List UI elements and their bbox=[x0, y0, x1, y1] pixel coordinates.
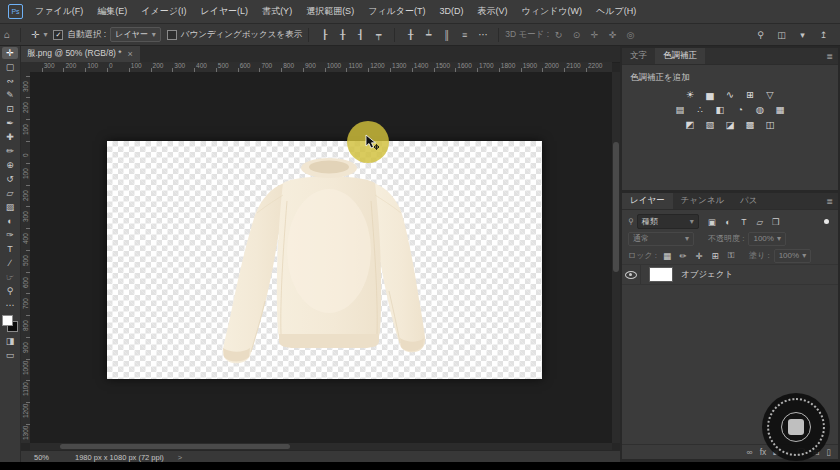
move-tool[interactable]: ✛ bbox=[2, 47, 18, 59]
align-top-edges-icon[interactable]: ┯ bbox=[372, 29, 385, 41]
canvas-viewport[interactable] bbox=[30, 72, 612, 443]
invert-icon[interactable]: ◩ bbox=[684, 118, 697, 130]
auto-select-dropdown[interactable]: レイヤー ▾ bbox=[110, 27, 161, 42]
hand-tool[interactable]: ☞ bbox=[2, 271, 18, 283]
align-horizontal-centers-icon[interactable]: ╂ bbox=[336, 29, 349, 41]
filter-adjustment-layers-icon[interactable]: ◐ bbox=[722, 216, 734, 228]
menu-item-3[interactable]: レイヤー(L) bbox=[193, 0, 255, 23]
3d-camera-icon[interactable]: ◎ bbox=[624, 29, 637, 41]
align-left-edges-icon[interactable]: ┠ bbox=[318, 29, 331, 41]
delete-layer-icon[interactable]: ▯ bbox=[826, 447, 831, 457]
menu-item-2[interactable]: イメージ(I) bbox=[134, 0, 193, 23]
black-white-icon[interactable]: ◧ bbox=[714, 103, 727, 115]
type-tool[interactable]: T bbox=[2, 243, 18, 255]
auto-select-checkbox[interactable]: ✓ bbox=[53, 30, 63, 40]
tool-preset-arrow-icon[interactable]: ▾ bbox=[43, 30, 47, 39]
home-icon[interactable]: ⌂ bbox=[0, 29, 14, 40]
line-tool[interactable]: ∕ bbox=[2, 257, 18, 269]
lock-transparency-icon[interactable]: ▦ bbox=[661, 250, 673, 262]
gradient-tool[interactable]: ▨ bbox=[2, 201, 18, 213]
foreground-color-swatch[interactable] bbox=[2, 315, 13, 326]
marquee-tool[interactable]: ▢ bbox=[2, 61, 18, 73]
distribute-horizontal-icon[interactable]: ║ bbox=[440, 29, 453, 41]
more-options-icon[interactable]: ⋯ bbox=[474, 29, 492, 40]
curves-icon[interactable]: ∿ bbox=[724, 88, 737, 100]
healing-brush-tool[interactable]: ✚ bbox=[2, 131, 18, 143]
tab-channels[interactable]: チャンネル bbox=[673, 193, 733, 209]
menu-item-5[interactable]: 選択範囲(S) bbox=[299, 0, 361, 23]
menu-item-7[interactable]: 3D(D) bbox=[432, 0, 470, 23]
filter-shape-layers-icon[interactable]: ▱ bbox=[754, 216, 766, 228]
filter-pixel-layers-icon[interactable]: ▣ bbox=[706, 216, 718, 228]
layer-thumbnail[interactable] bbox=[649, 267, 673, 282]
3d-slide-icon[interactable]: ✜ bbox=[606, 29, 619, 41]
threshold-icon[interactable]: ◪ bbox=[724, 118, 737, 130]
screen-mode-button[interactable]: ▭ bbox=[2, 349, 18, 361]
layer-row[interactable]: オブジェクト bbox=[622, 264, 838, 285]
tab-layers[interactable]: レイヤー bbox=[622, 193, 673, 209]
layer-filter-kind-dropdown[interactable]: 種類 ▾ bbox=[637, 214, 699, 229]
crop-tool[interactable]: ⊡ bbox=[2, 103, 18, 115]
horizontal-scrollbar-thumb[interactable] bbox=[60, 444, 290, 449]
menu-item-0[interactable]: ファイル(F) bbox=[28, 0, 90, 23]
link-layers-icon[interactable]: ∞ bbox=[747, 447, 753, 457]
document-tab[interactable]: 服.png @ 50% (RGB/8) * × bbox=[20, 45, 140, 62]
layer-visibility-toggle[interactable] bbox=[622, 265, 641, 284]
menu-item-8[interactable]: 表示(V) bbox=[470, 0, 514, 23]
history-brush-tool[interactable]: ↺ bbox=[2, 173, 18, 185]
selective-color-icon[interactable]: ◫ bbox=[764, 118, 777, 130]
vertical-scrollbar-thumb[interactable] bbox=[613, 142, 619, 272]
panel-menu-icon[interactable]: ≣ bbox=[821, 193, 838, 209]
menu-item-1[interactable]: 編集(E) bbox=[90, 0, 134, 23]
clone-stamp-tool[interactable]: ⊕ bbox=[2, 159, 18, 171]
lock-all-icon[interactable]: ⚿ bbox=[725, 250, 737, 262]
zoom-tool[interactable]: ⚲ bbox=[2, 285, 18, 297]
workspace-arrow-icon[interactable]: ▾ bbox=[796, 29, 809, 41]
close-icon[interactable]: × bbox=[128, 49, 133, 59]
exposure-icon[interactable]: ⊞ bbox=[744, 88, 757, 100]
zoom-level[interactable]: 50% bbox=[34, 453, 49, 462]
share-icon[interactable]: ↥ bbox=[817, 29, 830, 41]
more-tools-icon[interactable]: ⋯ bbox=[2, 299, 18, 311]
menu-item-6[interactable]: フィルター(T) bbox=[361, 0, 432, 23]
menu-item-4[interactable]: 書式(Y) bbox=[255, 0, 299, 23]
levels-icon[interactable]: ▅ bbox=[704, 88, 717, 100]
tab-character[interactable]: 文字 bbox=[622, 48, 655, 64]
pen-tool[interactable]: ✑ bbox=[2, 229, 18, 241]
color-lookup-icon[interactable]: ▦ bbox=[774, 103, 787, 115]
dodge-tool[interactable]: ◐ bbox=[2, 215, 18, 227]
quick-mask-button[interactable]: ◨ bbox=[2, 335, 18, 347]
posterize-icon[interactable]: ▧ bbox=[704, 118, 717, 130]
filter-smart-objects-icon[interactable]: ❒ bbox=[770, 216, 782, 228]
panel-menu-icon[interactable]: ≣ bbox=[821, 48, 838, 64]
color-balance-icon[interactable]: ∴ bbox=[694, 103, 707, 115]
3d-roll-icon[interactable]: ⊙ bbox=[570, 29, 583, 41]
lock-pixels-icon[interactable]: ✏ bbox=[677, 250, 689, 262]
search-icon[interactable]: ⚲ bbox=[754, 29, 767, 41]
channel-mixer-icon[interactable]: ◍ bbox=[754, 103, 767, 115]
align-bottom-edges-icon[interactable]: ┷ bbox=[422, 29, 435, 41]
hue-saturation-icon[interactable]: ▤ bbox=[674, 103, 687, 115]
align-vertical-centers-icon[interactable]: ╂ bbox=[404, 29, 417, 41]
eraser-tool[interactable]: ▱ bbox=[2, 187, 18, 199]
photo-filter-icon[interactable]: ◔ bbox=[734, 103, 747, 115]
brightness-contrast-icon[interactable]: ☀ bbox=[684, 88, 697, 100]
distribute-vertical-icon[interactable]: ≡ bbox=[458, 29, 471, 41]
workspace-switcher-icon[interactable]: ◫ bbox=[775, 29, 788, 41]
menu-item-9[interactable]: ウィンドウ(W) bbox=[514, 0, 589, 23]
status-chevron-icon[interactable]: > bbox=[178, 453, 182, 462]
lock-position-icon[interactable]: ✛ bbox=[693, 250, 705, 262]
tab-adjustments[interactable]: 色調補正 bbox=[655, 48, 705, 64]
align-right-edges-icon[interactable]: ┨ bbox=[354, 29, 367, 41]
canvas[interactable] bbox=[107, 141, 542, 379]
filter-type-layers-icon[interactable]: T bbox=[738, 216, 750, 228]
layer-effects-icon[interactable]: fx bbox=[760, 447, 767, 457]
3d-orbit-icon[interactable]: ↻ bbox=[552, 29, 565, 41]
brush-tool[interactable]: ✏ bbox=[2, 145, 18, 157]
vibrance-icon[interactable]: ▽ bbox=[764, 88, 777, 100]
lasso-tool[interactable]: ∾ bbox=[2, 75, 18, 87]
menu-item-10[interactable]: ヘルプ(H) bbox=[589, 0, 643, 23]
lock-artboard-icon[interactable]: ⊞ bbox=[709, 250, 721, 262]
eyedropper-tool[interactable]: ✒ bbox=[2, 117, 18, 129]
bounding-box-checkbox[interactable] bbox=[167, 30, 177, 40]
